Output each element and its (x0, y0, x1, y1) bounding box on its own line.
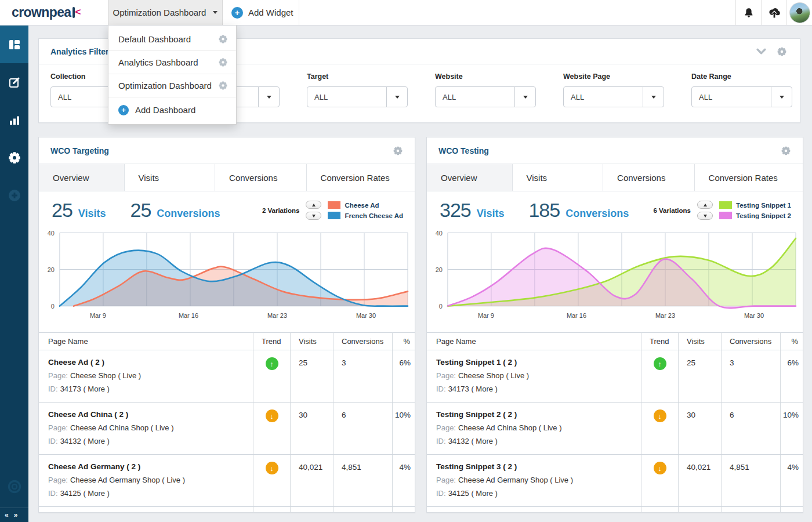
gear-icon[interactable] (218, 81, 228, 90)
legend-swatch (328, 212, 340, 219)
widget-gear-icon[interactable] (781, 146, 791, 156)
campaign-name: Testing Snippet 2 ( 2 ) (436, 410, 632, 419)
website-page-select[interactable]: ALL (563, 86, 664, 107)
add-widget-button[interactable]: + Add Widget (223, 0, 299, 25)
sidebar-item-compose[interactable] (0, 63, 28, 101)
menu-item-analytics-dashboard[interactable]: Analytics Dashboard (108, 50, 236, 74)
sidebar-item-settings[interactable] (0, 139, 28, 176)
select-caret[interactable] (643, 87, 664, 107)
filter-gear-icon[interactable] (777, 46, 787, 57)
more-link[interactable]: ( More ) (471, 385, 498, 393)
table-row: Cheese Ad Germany ( 2 ) Page:Cheese Ad G… (39, 455, 415, 507)
sidebar-item-analytics[interactable] (0, 101, 28, 139)
variation-up-button[interactable] (306, 201, 321, 209)
dashboard-selector[interactable]: Optimization Dashboard (108, 0, 223, 25)
more-link[interactable]: ( More ) (471, 489, 498, 498)
select-caret[interactable] (258, 87, 279, 107)
user-menu[interactable] (786, 0, 812, 25)
bar-chart-icon (8, 114, 21, 126)
tab-visits[interactable]: Visits (513, 164, 604, 191)
col-page-name: Page Name (39, 333, 253, 350)
campaign-name: Cheese Ad ( 2 ) (48, 358, 244, 367)
analytics-filter-title: Analytics Filter (50, 47, 108, 56)
widget-gear-icon[interactable] (393, 146, 403, 156)
visits-cell: 40,021 (291, 455, 334, 506)
chart-legend: Testing Snippet 1 Testing Snippet 2 (719, 201, 791, 219)
visits-stat: 25 Visits (52, 199, 106, 222)
tab-overview[interactable]: Overview (427, 164, 513, 191)
visits-label: Visits (477, 208, 505, 220)
visits-value: 25 (52, 199, 72, 222)
plus-icon: + (118, 105, 129, 115)
tab-conversion-rates[interactable]: Conversion Rates (695, 164, 803, 191)
more-link[interactable]: ( More ) (83, 489, 110, 498)
gear-icon[interactable] (218, 57, 228, 67)
date-range-select[interactable]: ALL (691, 86, 792, 107)
conversions-value: 25 (130, 199, 151, 222)
publish-button[interactable] (761, 0, 786, 25)
percent-cell: 6% (781, 350, 803, 402)
tab-overview[interactable]: Overview (39, 164, 125, 191)
select-caret[interactable] (514, 87, 535, 107)
chart-legend: Cheese Ad French Cheese Ad (328, 201, 403, 219)
table-row: Testing Snippet 3 ( 2 ) Page:Cheese Ad G… (427, 455, 803, 507)
variation-up-button[interactable] (697, 201, 713, 209)
visits-cell: 30 (291, 403, 334, 454)
conversions-value: 185 (528, 199, 560, 222)
page-prefix: Page: (436, 371, 456, 380)
notifications-button[interactable] (735, 0, 761, 25)
variation-down-button[interactable] (697, 212, 713, 220)
tab-conversions[interactable]: Conversions (215, 164, 307, 191)
col-trend: Trend (253, 333, 291, 350)
legend-item: French Cheese Ad (328, 212, 403, 219)
svg-text:Mar 30: Mar 30 (356, 311, 376, 318)
more-link[interactable]: ( More ) (83, 437, 110, 445)
svg-text:20: 20 (436, 266, 443, 273)
conversions-cell: 6 (722, 403, 781, 454)
conversions-label: Conversions (566, 208, 629, 220)
collapse-chevron-icon[interactable] (756, 48, 766, 55)
menu-item-label: Default Dashboard (118, 34, 218, 44)
col-page-name: Page Name (427, 333, 641, 350)
select-caret[interactable] (386, 87, 407, 107)
collapse-sidebar-icon[interactable]: « (5, 512, 9, 519)
logo-text: crownpea (12, 5, 71, 20)
col-percent: % (393, 333, 415, 350)
website-select[interactable]: ALL (435, 86, 536, 107)
table-row: Cheese Ad China ( 2 ) Page:Cheese Ad Chi… (39, 403, 415, 455)
conversions-cell: 6 (334, 403, 393, 454)
dashboard-layout-icon (8, 38, 21, 51)
filter-label: Website (435, 72, 536, 81)
select-value: ALL (307, 87, 386, 107)
col-conversions: Conversions (722, 333, 781, 350)
menu-item-default-dashboard[interactable]: Default Dashboard (108, 27, 236, 50)
more-link[interactable]: ( More ) (471, 437, 498, 445)
variation-down-button[interactable] (306, 212, 321, 220)
expand-sidebar-icon[interactable]: » (14, 512, 18, 519)
variations-control: 6 Variations Testing Snippet 1 Testing S… (653, 201, 791, 220)
visits-cell: 40,021 (679, 455, 722, 506)
conversions-label: Conversions (157, 208, 220, 220)
page-value: Cheese Shop ( Live ) (458, 371, 529, 380)
campaign-name: Cheese Ad Germany ( 2 ) (48, 462, 244, 471)
visits-value: 325 (440, 199, 471, 222)
wco-testing-table: Page Name Trend Visits Conversions % Tes… (427, 332, 803, 513)
page-prefix: Page: (48, 371, 68, 380)
select-caret[interactable] (771, 87, 792, 107)
tab-conversion-rates[interactable]: Conversion Rates (307, 164, 415, 191)
tab-visits[interactable]: Visits (125, 164, 216, 191)
gear-icon[interactable] (218, 34, 228, 44)
tab-conversions[interactable]: Conversions (603, 164, 695, 191)
topbar-spacer (299, 0, 735, 25)
visits-cell: 30 (679, 403, 722, 454)
target-select[interactable]: ALL (307, 86, 408, 107)
more-link[interactable]: ( More ) (83, 385, 110, 393)
sidebar-item-help[interactable] (0, 466, 28, 507)
sidebar-item-dashboards[interactable] (0, 26, 28, 63)
id-prefix: ID: (436, 489, 446, 498)
col-visits: Visits (679, 333, 722, 350)
menu-item-add-dashboard[interactable]: + Add Dashboard (108, 97, 236, 122)
sidebar-item-add[interactable] (0, 176, 28, 214)
menu-item-optimization-dashboard[interactable]: Optimization Dashboard (108, 74, 236, 97)
svg-text:0: 0 (439, 303, 443, 310)
